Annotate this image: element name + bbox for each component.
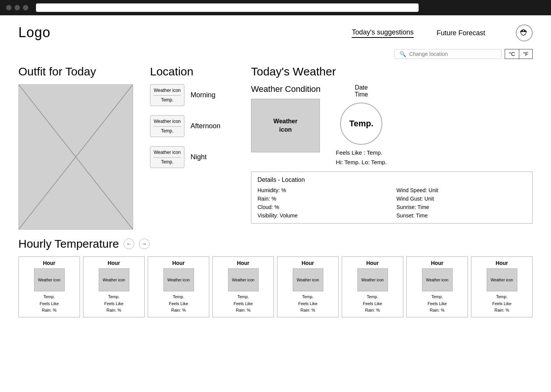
hourly-weather-icon: Weather icon xyxy=(487,268,517,291)
search-icon: 🔍 xyxy=(399,51,406,57)
hourly-info: Temp.Feels LikeRain: % xyxy=(169,294,188,314)
morning-label: Morning xyxy=(191,91,215,99)
hourly-info: Temp.Feels LikeRain: % xyxy=(39,294,59,314)
hourly-hour-label: Hour xyxy=(237,260,249,266)
hourly-info: Temp.Feels LikeRain: % xyxy=(492,294,511,314)
hourly-hour-label: Hour xyxy=(302,260,314,266)
humidity: Humidity: % xyxy=(258,187,387,193)
hourly-card: Hour Weather icon Temp.Feels LikeRain: % xyxy=(83,256,145,317)
weather-icon-large: Weathericon xyxy=(251,99,320,152)
location-search-box: 🔍 xyxy=(395,49,502,59)
wind-gust: Wind Gust: Unit xyxy=(396,196,526,202)
afternoon-slot: Weather icon Temp. Afternoon xyxy=(150,115,242,137)
hourly-weather-icon: Weather icon xyxy=(99,268,129,291)
afternoon-icon-label: Weather icon xyxy=(154,119,181,124)
hourly-info: Temp.Feels LikeRain: % xyxy=(233,294,253,314)
location-search-input[interactable] xyxy=(409,51,497,57)
hourly-weather-icon: Weather icon xyxy=(422,268,453,291)
hourly-info: Temp.Feels LikeRain: % xyxy=(298,294,317,314)
outfit-section: Outfit for Today xyxy=(18,65,141,230)
cloud: Cloud: % xyxy=(258,204,387,210)
window-dot-minimize[interactable] xyxy=(15,5,20,10)
feels-like: Feels Like : Temp. xyxy=(336,149,387,156)
hourly-card: Hour Weather icon Temp.Feels LikeRain: % xyxy=(277,256,339,317)
hourly-weather-icon: Weather icon xyxy=(293,268,323,291)
night-slot: Weather icon Temp. Night xyxy=(150,146,242,168)
hourly-weather-icon: Weather icon xyxy=(163,268,194,291)
morning-weather-card: Weather icon Temp. xyxy=(150,84,184,106)
fahrenheit-button[interactable]: °F xyxy=(519,49,532,59)
todays-weather-section: Today's Weather Weather Condition Weathe… xyxy=(251,65,533,230)
hourly-info: Temp.Feels LikeRain: % xyxy=(363,294,382,314)
header: Logo Today's suggestions Future Forecast… xyxy=(0,15,551,46)
night-temp: Temp. xyxy=(153,157,181,165)
hourly-info: Temp.Feels LikeRain: % xyxy=(427,294,447,314)
date-time-block: Date Time xyxy=(336,84,387,98)
location-section: Location Weather icon Temp. Morning Weat… xyxy=(150,65,242,230)
hourly-card: Hour Weather icon Temp.Feels LikeRain: % xyxy=(471,256,533,317)
date-label: Date xyxy=(336,84,387,91)
weather-condition-label: Weather Condition xyxy=(251,84,321,94)
outfit-image xyxy=(18,84,133,230)
temp-value: Temp. xyxy=(349,119,373,129)
window-dot-maximize[interactable] xyxy=(23,5,28,10)
time-label: Time xyxy=(336,91,387,98)
search-row: 🔍 °C °F xyxy=(0,46,551,65)
weather-main: Weathericon xyxy=(251,99,321,152)
user-avatar[interactable]: ⛑ xyxy=(516,24,533,41)
night-label: Night xyxy=(191,153,207,161)
morning-temp: Temp. xyxy=(153,95,181,103)
hourly-info: Temp.Feels LikeRain: % xyxy=(104,294,123,314)
sunrise: Sunrise: Time xyxy=(396,204,526,210)
details-table: Details - Location Humidity: % Wind Spee… xyxy=(251,172,533,224)
hourly-section: Hourly Temperature ← → Hour Weather icon… xyxy=(0,230,551,325)
hourly-card: Hour Weather icon Temp.Feels LikeRain: % xyxy=(18,256,80,317)
rain: Rain: % xyxy=(258,196,387,202)
details-grid: Humidity: % Wind Speed: Unit Rain: % Win… xyxy=(258,187,526,219)
nav: Today's suggestions Future Forecast ⛑ xyxy=(352,24,533,41)
morning-icon-label: Weather icon xyxy=(154,88,181,93)
hourly-card: Hour Weather icon Temp.Feels LikeRain: % xyxy=(342,256,403,317)
hourly-hour-label: Hour xyxy=(172,260,185,266)
night-weather-card: Weather icon Temp. xyxy=(150,146,184,168)
hourly-title-row: Hourly Temperature ← → xyxy=(18,237,533,250)
hourly-card: Hour Weather icon Temp.Feels LikeRain: % xyxy=(406,256,468,317)
title-bar xyxy=(0,0,551,15)
hourly-weather-icon: Weather icon xyxy=(34,268,65,291)
hourly-title: Hourly Temperature xyxy=(18,237,119,250)
todays-weather-title: Today's Weather xyxy=(251,65,533,78)
temperature-circle: Temp. xyxy=(340,103,382,145)
details-title: Details - Location xyxy=(258,176,526,183)
afternoon-label: Afternoon xyxy=(191,122,220,130)
weather-right-info: Date Time Temp. Feels Like : Temp. Hi: T… xyxy=(336,84,387,165)
morning-slot: Weather icon Temp. Morning xyxy=(150,84,242,106)
hi-lo: Hi: Temp. Lo: Temp. xyxy=(336,159,387,165)
hourly-hour-label: Hour xyxy=(43,260,55,266)
night-icon-label: Weather icon xyxy=(154,150,181,155)
hourly-weather-icon: Weather icon xyxy=(228,268,259,291)
hourly-cards: Hour Weather icon Temp.Feels LikeRain: %… xyxy=(18,256,533,317)
sunset: Sunset: Time xyxy=(396,212,526,219)
wind-speed: Wind Speed: Unit xyxy=(396,187,526,193)
nav-forecast[interactable]: Future Forecast xyxy=(437,29,485,37)
unit-toggle: °C °F xyxy=(505,49,533,59)
location-title: Location xyxy=(150,65,242,78)
hourly-hour-label: Hour xyxy=(431,260,443,266)
outfit-title: Outfit for Today xyxy=(18,65,141,78)
scroll-left-button[interactable]: ← xyxy=(124,238,134,249)
visibility: Visibility: Volume xyxy=(258,212,387,219)
hourly-hour-label: Hour xyxy=(496,260,508,266)
afternoon-temp: Temp. xyxy=(153,126,181,134)
main-content: Outfit for Today Location Weather icon T… xyxy=(0,65,551,230)
hourly-hour-label: Hour xyxy=(108,260,120,266)
url-bar[interactable] xyxy=(36,3,419,12)
logo: Logo xyxy=(18,24,95,41)
hourly-card: Hour Weather icon Temp.Feels LikeRain: % xyxy=(148,256,209,317)
celsius-button[interactable]: °C xyxy=(505,49,519,59)
hourly-card: Hour Weather icon Temp.Feels LikeRain: % xyxy=(212,256,274,317)
hourly-weather-icon: Weather icon xyxy=(357,268,388,291)
nav-suggestions[interactable]: Today's suggestions xyxy=(352,28,414,38)
window-dot-close[interactable] xyxy=(6,5,11,10)
scroll-right-button[interactable]: → xyxy=(139,238,150,249)
hourly-hour-label: Hour xyxy=(366,260,379,266)
